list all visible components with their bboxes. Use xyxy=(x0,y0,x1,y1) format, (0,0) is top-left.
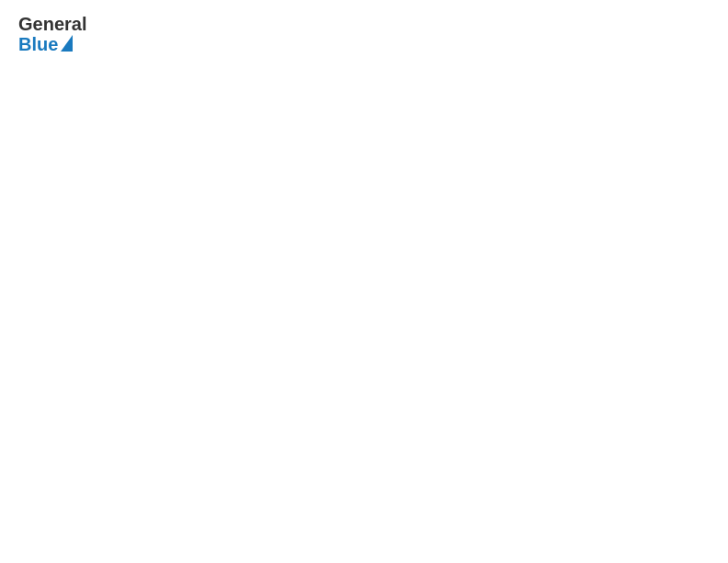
logo: General Blue xyxy=(18,14,86,54)
logo-general: General xyxy=(18,14,86,34)
header: General Blue xyxy=(9,9,719,59)
logo-blue: Blue xyxy=(18,34,58,54)
